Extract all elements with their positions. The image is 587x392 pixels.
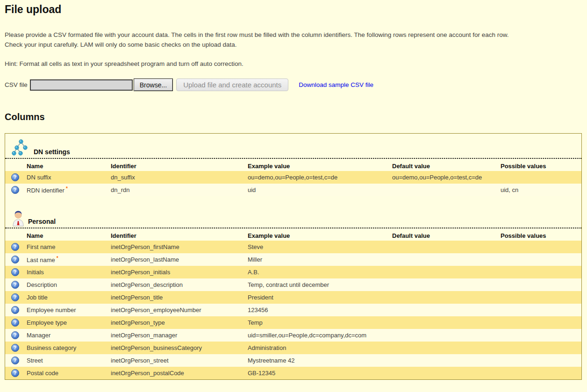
column-example-value: Administration (248, 342, 392, 354)
column-name: Description (27, 281, 57, 288)
help-icon[interactable]: ? (11, 319, 19, 327)
help-icon[interactable]: ? (11, 173, 19, 181)
column-default-value (392, 342, 501, 354)
column-example-value: GB-12345 (248, 367, 392, 379)
help-icon[interactable]: ? (11, 256, 19, 264)
column-default-value (392, 253, 501, 266)
help-icon[interactable]: ? (11, 306, 19, 314)
column-possible-values (501, 266, 581, 278)
column-header: Default value (392, 159, 501, 171)
column-default-value (392, 329, 501, 342)
column-default-value (392, 316, 501, 329)
help-icon[interactable]: ? (11, 186, 19, 194)
column-example-value: uid (248, 184, 392, 196)
browse-button[interactable]: Browse... (134, 78, 173, 91)
column-identifier: inetOrgPerson_postalCode (111, 367, 248, 379)
column-header: Name (27, 228, 111, 241)
help-icon[interactable]: ? (11, 293, 19, 301)
column-identifier: inetOrgPerson_street (111, 354, 248, 367)
help-icon[interactable]: ? (11, 281, 19, 289)
column-possible-values (501, 171, 581, 184)
column-default-value (392, 241, 501, 253)
column-name: Business category (27, 344, 76, 351)
column-name: Initials (27, 269, 44, 276)
column-default-value (392, 278, 501, 291)
person-icon (12, 210, 25, 227)
column-default-value (392, 354, 501, 367)
column-example-value: A.B. (248, 266, 392, 278)
columns-table: DN settings NameIdentifierExample valueD… (5, 133, 582, 380)
column-possible-values (501, 342, 581, 354)
help-icon[interactable]: ? (11, 268, 19, 276)
intro-text: Please provide a CSV formated file with … (5, 30, 582, 50)
column-name: Postal code (27, 370, 58, 377)
column-header-row: NameIdentifierExample valueDefault value… (5, 228, 581, 241)
column-name: First name (27, 243, 55, 250)
column-possible-values (501, 278, 581, 291)
help-icon[interactable]: ? (11, 369, 19, 377)
table-row: ? Description inetOrgPerson_description … (5, 278, 581, 291)
column-identifier: inetOrgPerson_firstName (111, 241, 248, 253)
column-header: Identifier (111, 159, 248, 171)
column-possible-values (501, 253, 581, 266)
column-example-value: Miller (248, 253, 392, 266)
columns-title: Columns (5, 112, 582, 122)
help-icon[interactable]: ? (11, 344, 19, 352)
column-identifier: inetOrgPerson_type (111, 316, 248, 329)
csv-file-input[interactable] (30, 79, 133, 91)
column-name: Employee number (27, 306, 76, 314)
column-identifier: inetOrgPerson_manager (111, 329, 248, 342)
column-possible-values (501, 304, 581, 316)
intro-line-1: Please provide a CSV formated file with … (5, 31, 509, 38)
table-row: ? Manager inetOrgPerson_manager uid=smil… (5, 329, 581, 342)
column-example-value: President (248, 291, 392, 304)
download-sample-link[interactable]: Download sample CSV file (299, 81, 373, 88)
column-identifier: dn_suffix (111, 171, 248, 184)
table-section: Personal NameIdentifierExample valueDefa… (5, 209, 581, 379)
column-example-value: uid=smiller,ou=People,dc=company,dc=com (248, 329, 392, 342)
column-example-value: Temp (248, 316, 392, 329)
column-header: Possible values (501, 228, 581, 241)
help-icon[interactable]: ? (11, 331, 19, 339)
csv-file-label: CSV file (5, 81, 28, 88)
column-header: Example value (248, 228, 392, 241)
column-identifier: inetOrgPerson_employeeNumber (111, 304, 248, 316)
column-possible-values: uid, cn (501, 184, 581, 196)
column-default-value (392, 304, 501, 316)
page-title: File upload (5, 0, 582, 16)
column-possible-values (501, 367, 581, 379)
column-possible-values (501, 241, 581, 253)
help-icon[interactable]: ? (11, 243, 19, 251)
column-possible-values (501, 354, 581, 367)
column-name: Manager (27, 332, 50, 339)
table-row: ? Last name* inetOrgPerson_lastName Mill… (5, 253, 581, 266)
table-row: ? Initials inetOrgPerson_initials A.B. (5, 266, 581, 278)
column-header-spacer (5, 159, 27, 171)
hint-text: Hint: Format all cells as text in your s… (5, 60, 582, 67)
required-marker: * (66, 186, 68, 191)
column-name: RDN identifier (27, 187, 64, 194)
column-name: Last name (27, 257, 55, 264)
table-section: DN settings NameIdentifierExample valueD… (5, 137, 581, 196)
column-possible-values (501, 291, 581, 304)
column-identifier: inetOrgPerson_businessCategory (111, 342, 248, 354)
upload-row: CSV file Browse... Upload file and creat… (5, 78, 582, 91)
column-example-value: Temp, contract until december (248, 278, 392, 291)
section-header: DN settings (5, 137, 581, 159)
section-header: Personal (5, 209, 581, 228)
help-icon[interactable]: ? (11, 356, 19, 364)
section-title: DN settings (34, 148, 70, 157)
section-columns-table: NameIdentifierExample valueDefault value… (5, 228, 581, 379)
table-row: ? First name inetOrgPerson_firstName Ste… (5, 241, 581, 253)
column-example-value: Steve (248, 241, 392, 253)
column-header: Example value (248, 159, 392, 171)
table-row: ? RDN identifier* dn_rdn uid uid, cn (5, 184, 581, 196)
column-default-value (392, 367, 501, 379)
column-example-value: 123456 (248, 304, 392, 316)
column-default-value (392, 266, 501, 278)
table-row: ? Job title inetOrgPerson_title Presiden… (5, 291, 581, 304)
column-default-value (392, 184, 501, 196)
upload-button[interactable]: Upload file and create accounts (176, 78, 288, 91)
column-example-value: ou=demo,ou=People,o=test,c=de (248, 171, 392, 184)
column-header: Name (27, 159, 111, 171)
